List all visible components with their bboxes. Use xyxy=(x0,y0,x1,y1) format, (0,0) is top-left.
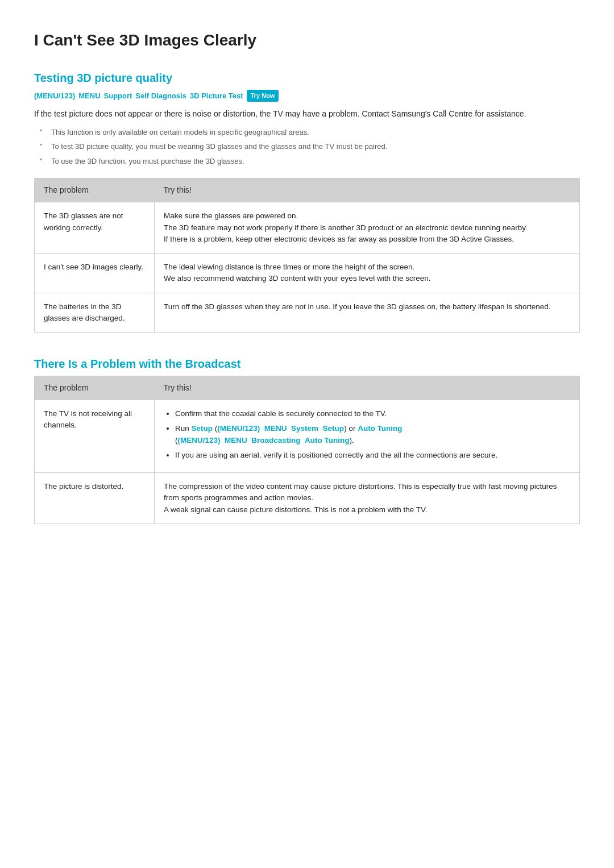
bullet-item: If you are using an aerial, verify it is… xyxy=(175,450,570,461)
note-item: To use the 3D function, you must purchas… xyxy=(40,156,580,167)
problem-cell: The batteries in the 3D glasses are disc… xyxy=(35,293,155,333)
table-row: The 3D glasses are not working correctly… xyxy=(35,202,580,254)
note-item: This function is only available on certa… xyxy=(40,127,580,138)
link-menu123-1: (MENU/123) xyxy=(217,424,260,433)
breadcrumb: (MENU/123) MENU Support Self Diagnosis 3… xyxy=(34,90,580,102)
section2-table: The problem Try this! The TV is not rece… xyxy=(34,376,580,524)
solution-text: The ideal viewing distance is three time… xyxy=(164,263,430,283)
link-auto-tuning-2: Auto Tuning xyxy=(305,436,349,445)
bullet-item: Run Setup ((MENU/123) MENU System Setup)… xyxy=(175,423,570,446)
solution-cell: Confirm that the coaxial cable is secure… xyxy=(154,400,579,473)
solution-bullet-list: Confirm that the coaxial cable is secure… xyxy=(164,408,570,461)
link-menu-1: MENU xyxy=(264,424,287,433)
problem-cell: The 3D glasses are not working correctly… xyxy=(35,202,155,254)
link-system: System xyxy=(291,424,318,433)
solution-text: Make sure the glasses are powered on. Th… xyxy=(164,211,528,243)
solution-cell: Make sure the glasses are powered on. Th… xyxy=(154,202,579,254)
section2-heading: There Is a Problem with the Broadcast xyxy=(34,355,580,372)
solution-cell: The compression of the video content may… xyxy=(154,473,579,524)
table2-header-problem: The problem xyxy=(35,376,155,400)
section1-intro: If the test picture does not appear or t… xyxy=(34,107,580,120)
solution-text: The compression of the video content may… xyxy=(164,482,557,514)
breadcrumb-part3: Support xyxy=(104,90,132,102)
section-broadcast-problem: There Is a Problem with the Broadcast Th… xyxy=(34,355,580,524)
section1-heading: Testing 3D picture quality xyxy=(34,69,580,86)
table-row: The TV is not receiving all channels. Co… xyxy=(35,400,580,473)
breadcrumb-part2: MENU xyxy=(78,90,100,102)
table1-header-problem: The problem xyxy=(35,178,155,202)
link-setup2: Setup xyxy=(323,424,345,433)
section1-table: The problem Try this! The 3D glasses are… xyxy=(34,178,580,333)
link-broadcasting: Broadcasting xyxy=(251,436,300,445)
solution-text: Turn off the 3D glasses when they are no… xyxy=(164,302,551,311)
solution-cell: The ideal viewing distance is three time… xyxy=(154,254,579,293)
link-menu123-2: (MENU/123) xyxy=(177,436,220,445)
table1-header-solution: Try this! xyxy=(154,178,579,202)
section1-notes: This function is only available on certa… xyxy=(34,127,580,167)
table2-header-solution: Try this! xyxy=(154,376,579,400)
note-item: To test 3D picture quality, you must be … xyxy=(40,141,580,152)
breadcrumb-part1: (MENU/123) xyxy=(34,90,75,102)
table-row: The picture is distorted. The compressio… xyxy=(35,473,580,524)
try-now-badge[interactable]: Try Now xyxy=(247,90,279,102)
page-title: I Can't See 3D Images Clearly xyxy=(34,28,580,52)
table-row: The batteries in the 3D glasses are disc… xyxy=(35,293,580,333)
solution-cell: Turn off the 3D glasses when they are no… xyxy=(154,293,579,333)
problem-cell: I can't see 3D images clearly. xyxy=(35,254,155,293)
link-auto-tuning-1: Auto Tuning xyxy=(358,424,402,433)
bullet-item: Confirm that the coaxial cable is secure… xyxy=(175,408,570,420)
problem-cell: The TV is not receiving all channels. xyxy=(35,400,155,473)
table-row: I can't see 3D images clearly. The ideal… xyxy=(35,254,580,293)
link-menu-2: MENU xyxy=(225,436,247,445)
link-setup: Setup xyxy=(192,424,213,433)
section-3d-picture-quality: Testing 3D picture quality (MENU/123) ME… xyxy=(34,69,580,333)
problem-cell: The picture is distorted. xyxy=(35,473,155,524)
breadcrumb-part5: 3D Picture Test xyxy=(190,90,243,102)
breadcrumb-part4: Self Diagnosis xyxy=(135,90,186,102)
